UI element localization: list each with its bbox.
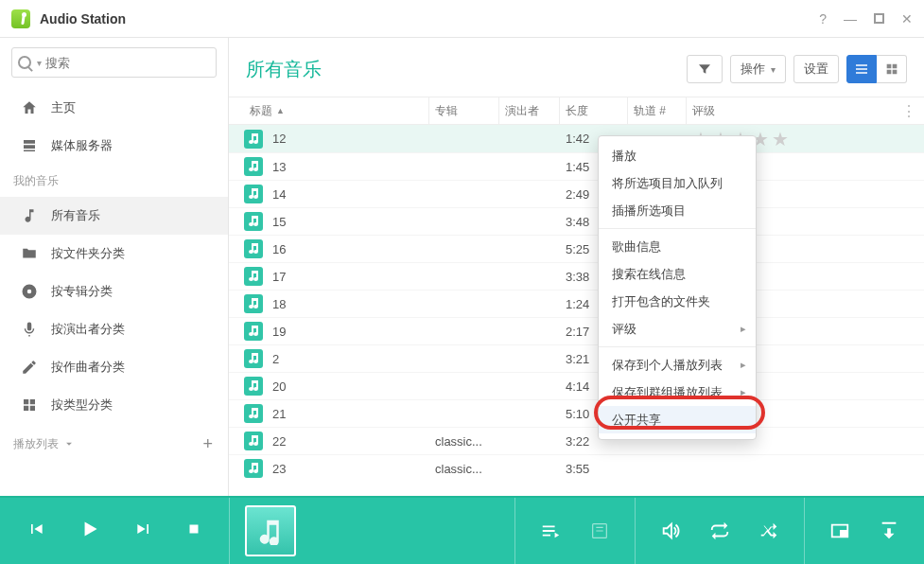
sort-asc-icon: ▲ [276, 106, 285, 115]
add-playlist-button[interactable]: + [202, 435, 213, 452]
next-track-button[interactable] [134, 520, 153, 542]
repeat-button[interactable] [709, 520, 730, 541]
track-row[interactable]: 153:48 [229, 207, 924, 235]
app-icon [11, 9, 30, 28]
track-row[interactable]: 121:42★★★★★ [229, 125, 924, 152]
ctx-separator [599, 346, 756, 347]
ctx-rating[interactable]: 评级 [599, 315, 756, 343]
track-icon [244, 459, 263, 478]
play-button[interactable] [78, 517, 102, 545]
track-title: 16 [272, 242, 286, 256]
track-title: 12 [272, 132, 286, 146]
ctx-save-personal-playlist[interactable]: 保存到个人播放列表 [599, 351, 756, 379]
track-icon [244, 212, 263, 231]
track-icon [244, 432, 263, 450]
track-row[interactable]: 23classic...3:55 [229, 454, 924, 482]
collapse-button[interactable] [879, 520, 899, 541]
ctx-save-group-playlist[interactable]: 保存到群组播放列表 [599, 379, 756, 406]
microphone-icon [21, 321, 38, 338]
help-button[interactable]: ? [819, 11, 827, 26]
track-title: 13 [272, 160, 286, 174]
track-row[interactable]: 131:45 [229, 152, 924, 180]
track-title: 20 [272, 379, 286, 394]
lyrics-button[interactable] [589, 520, 610, 541]
queue-button[interactable] [540, 520, 561, 541]
track-album: classic... [429, 462, 499, 476]
col-artist[interactable]: 演出者 [499, 97, 560, 124]
track-icon [244, 157, 263, 176]
view-list-button[interactable] [846, 55, 877, 83]
col-rating[interactable]: 评级 [687, 97, 924, 124]
sidebar-item-media-server[interactable]: 媒体服务器 [0, 127, 228, 165]
sidebar-group-my-music: 我的音乐 [0, 165, 228, 197]
pencil-icon [21, 359, 38, 376]
track-row[interactable]: 142:49 [229, 180, 924, 207]
col-length[interactable]: 长度 [560, 97, 628, 124]
music-note-icon [21, 207, 38, 224]
mini-player-button[interactable] [829, 520, 850, 541]
home-icon [21, 99, 38, 116]
track-row[interactable]: 204:14 [229, 372, 924, 399]
sidebar-item-by-artist[interactable]: 按演出者分类 [0, 310, 228, 348]
ctx-play[interactable]: 播放 [599, 142, 756, 169]
context-menu: 播放 将所选项目加入队列 插播所选项目 歌曲信息 搜索在线信息 打开包含的文件夹… [598, 135, 757, 440]
track-album: classic... [429, 434, 499, 449]
track-title: 17 [272, 270, 286, 284]
track-icon [244, 239, 263, 258]
maximize-button[interactable] [874, 11, 884, 26]
track-icon [244, 377, 263, 396]
search-scope-caret-icon[interactable]: ▾ [37, 58, 42, 68]
ctx-song-info[interactable]: 歌曲信息 [599, 233, 756, 260]
prev-track-button[interactable] [26, 520, 45, 542]
track-row[interactable]: 192:17 [229, 317, 924, 344]
track-icon [244, 130, 263, 149]
minimize-button[interactable]: — [844, 11, 857, 26]
sidebar-item-by-composer[interactable]: 按作曲者分类 [0, 348, 228, 386]
sidebar-item-by-genre[interactable]: 按类型分类 [0, 386, 228, 424]
ctx-public-share[interactable]: 公开共享 [599, 406, 756, 433]
track-row[interactable]: 165:25 [229, 235, 924, 262]
ctx-separator [599, 228, 756, 229]
track-row[interactable]: 23:21 [229, 344, 924, 372]
track-row[interactable]: 173:38 [229, 262, 924, 290]
track-title: 21 [272, 407, 286, 421]
ctx-search-online[interactable]: 搜索在线信息 [599, 260, 756, 288]
track-row[interactable]: 181:24 [229, 290, 924, 317]
settings-button[interactable]: 设置 [793, 55, 839, 83]
ctx-open-folder[interactable]: 打开包含的文件夹 [599, 288, 756, 315]
column-menu-button[interactable]: ⋮ [901, 102, 916, 120]
track-row[interactable]: 215:10 [229, 399, 924, 427]
sidebar: ▾ 主页 媒体服务器 我的音乐 所有音乐 按文件夹分类 [0, 38, 229, 496]
close-button[interactable]: ✕ [901, 11, 913, 26]
sidebar-item-by-folder[interactable]: 按文件夹分类 [0, 235, 228, 273]
filter-button[interactable] [687, 55, 723, 83]
chevron-down-icon[interactable] [62, 437, 76, 450]
ctx-insert-selected[interactable]: 插播所选项目 [599, 197, 756, 224]
track-title: 23 [272, 462, 286, 476]
track-title: 15 [272, 215, 286, 229]
playlist-section-label: 播放列表 [13, 436, 59, 452]
sidebar-item-home[interactable]: 主页 [0, 89, 228, 127]
ctx-add-to-queue[interactable]: 将所选项目加入队列 [599, 169, 756, 197]
track-list: 121:42★★★★★131:45142:49153:48165:25173:3… [229, 125, 924, 496]
volume-button[interactable] [660, 520, 681, 541]
search-input[interactable] [45, 56, 210, 70]
search-box[interactable]: ▾ [11, 47, 217, 78]
stop-button[interactable] [185, 520, 202, 541]
track-row[interactable]: 22classic...3:22 [229, 427, 924, 454]
track-icon [244, 349, 263, 368]
track-icon [244, 185, 263, 203]
sidebar-item-all-music[interactable]: 所有音乐 [0, 197, 228, 235]
actions-dropdown[interactable]: 操作 ▾ [730, 55, 786, 83]
col-title[interactable]: 标题▲ [244, 97, 429, 124]
shuffle-button[interactable] [758, 520, 779, 541]
category-icon [21, 397, 38, 414]
now-playing-art[interactable] [245, 505, 296, 556]
track-title: 22 [272, 434, 286, 449]
sidebar-label-all-music: 所有音乐 [51, 207, 100, 224]
view-grid-button[interactable] [877, 55, 907, 83]
col-track[interactable]: 轨道 # [628, 97, 687, 124]
sidebar-item-by-album[interactable]: 按专辑分类 [0, 273, 228, 310]
col-album[interactable]: 专辑 [429, 97, 499, 124]
disc-icon [21, 283, 38, 300]
